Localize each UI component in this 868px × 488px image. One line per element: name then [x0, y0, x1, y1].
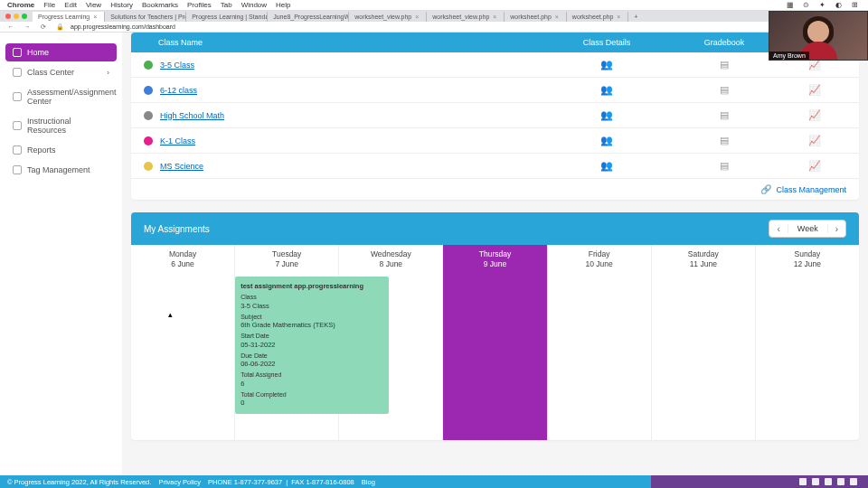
- browser-tab[interactable]: Progress Learning | Standard×: [186, 12, 268, 22]
- calendar-day-headers: Monday6 JuneTuesday7 JuneWednesday8 June…: [131, 245, 859, 273]
- sidebar-item-reports[interactable]: Reports: [5, 141, 117, 159]
- chart-icon[interactable]: 📈: [808, 160, 821, 171]
- mac-menu-item[interactable]: History: [110, 1, 133, 9]
- chart-icon[interactable]: 📈: [808, 109, 821, 120]
- next-period-button[interactable]: ›: [828, 224, 845, 234]
- minimize-window-icon[interactable]: [14, 14, 19, 19]
- calendar-day-header: Wednesday8 June: [339, 245, 443, 273]
- sidebar-item-class-center[interactable]: Class Center ›: [5, 63, 117, 81]
- browser-tab[interactable]: worksheet.php×: [567, 12, 629, 22]
- tab-label: Progress Learning | Standard: [192, 14, 268, 20]
- resources-icon: [13, 121, 22, 130]
- class-details-icon[interactable]: 👥: [600, 59, 613, 70]
- gradebook-icon[interactable]: ▤: [720, 109, 729, 120]
- calendar-day-header: Sunday12 June: [756, 245, 859, 273]
- class-color-dot: [144, 86, 153, 95]
- class-management-link[interactable]: Class Management: [776, 185, 846, 194]
- mac-menu-item[interactable]: Edit: [64, 1, 77, 9]
- close-tab-icon[interactable]: ×: [415, 14, 420, 19]
- mac-menu-item[interactable]: Window: [241, 1, 267, 9]
- back-button[interactable]: ←: [5, 23, 16, 30]
- browser-tab[interactable]: Progress Learning×: [33, 12, 105, 22]
- mac-menu-item[interactable]: Profiles: [187, 1, 212, 9]
- twitter-icon[interactable]: [825, 478, 832, 485]
- gradebook-icon[interactable]: ▤: [720, 160, 729, 171]
- class-details-icon[interactable]: 👥: [600, 160, 613, 171]
- assignments-title: My Assignments: [144, 224, 210, 234]
- window-controls[interactable]: [0, 14, 33, 19]
- browser-tab[interactable]: worksheet_view.php×: [427, 12, 505, 22]
- mac-menu-item[interactable]: Tab: [221, 1, 232, 9]
- sidebar-item-resources[interactable]: Instructional Resources: [5, 112, 117, 139]
- class-name-link[interactable]: 6-12 class: [160, 86, 548, 95]
- day-date: 11 June: [652, 259, 755, 268]
- class-details-icon[interactable]: 👥: [600, 135, 613, 145]
- sidebar-label: Assessment/Assignment Center: [27, 88, 117, 106]
- youtube-icon[interactable]: [837, 478, 844, 485]
- mac-menu-item[interactable]: File: [43, 1, 55, 9]
- gradebook-icon[interactable]: ▤: [720, 59, 729, 70]
- close-window-icon[interactable]: [5, 14, 11, 19]
- new-tab-button[interactable]: +: [628, 14, 643, 20]
- browser-tab[interactable]: June8_ProgressLearningWe×: [268, 12, 349, 22]
- reload-button[interactable]: ⟳: [38, 23, 49, 31]
- field-value: 6: [241, 380, 383, 389]
- class-table-footer: 🔗 Class Management: [131, 179, 859, 200]
- close-tab-icon[interactable]: ×: [617, 14, 622, 19]
- url-text[interactable]: app.progresslearning.com/dashboard: [71, 23, 846, 30]
- gradebook-icon[interactable]: ▤: [720, 84, 729, 95]
- class-name-link[interactable]: MS Science: [160, 162, 548, 171]
- chart-icon[interactable]: 📈: [808, 135, 821, 145]
- assignment-card[interactable]: test assignment app.progresslearningClas…: [235, 277, 389, 414]
- class-name-link[interactable]: High School Math: [160, 111, 548, 120]
- home-icon: [13, 48, 22, 57]
- class-details-icon[interactable]: 👥: [600, 84, 613, 95]
- close-tab-icon[interactable]: ×: [93, 14, 99, 19]
- calendar-day-column[interactable]: [131, 273, 235, 440]
- assignments-panel: My Assignments ‹ Week › Monday6 JuneTues…: [131, 212, 859, 440]
- webcam-overlay: Amy Brown: [769, 11, 868, 61]
- status-icon: ✦: [819, 1, 828, 10]
- class-row: High School Math👥▤📈: [131, 103, 859, 128]
- calendar-day-column[interactable]: [652, 273, 756, 440]
- social-icon[interactable]: [799, 478, 807, 485]
- class-color-dot: [144, 162, 153, 171]
- calendar-day-header: Friday10 June: [548, 245, 652, 273]
- browser-tab[interactable]: worksheet_view.php×: [349, 12, 427, 22]
- field-label: Total Assigned: [241, 371, 383, 379]
- day-of-week: Tuesday: [272, 249, 301, 258]
- mac-menu-item[interactable]: Bookmarks: [142, 1, 178, 9]
- field-label: Due Date: [241, 352, 383, 360]
- sidebar-item-home[interactable]: Home: [5, 43, 117, 61]
- sidebar-item-tag-management[interactable]: Tag Management: [5, 161, 117, 179]
- blog-link[interactable]: Blog: [362, 478, 375, 486]
- facebook-icon[interactable]: [812, 478, 819, 485]
- field-value: 05-31-2022: [241, 341, 383, 350]
- mac-menu-item[interactable]: Help: [276, 1, 290, 9]
- browser-tab[interactable]: Solutions for Teachers | Prog×: [105, 12, 186, 22]
- calendar-day-column[interactable]: test assignment app.progresslearningClas…: [235, 273, 339, 440]
- privacy-link[interactable]: Privacy Policy: [158, 478, 201, 486]
- tab-label: worksheet_view.php: [432, 14, 489, 20]
- browser-tab[interactable]: worksheet.php×: [505, 12, 567, 22]
- sidebar-item-assessment[interactable]: Assessment/Assignment Center: [5, 83, 117, 110]
- gradebook-icon[interactable]: ▤: [720, 135, 729, 145]
- close-tab-icon[interactable]: ×: [493, 14, 498, 19]
- class-name-link[interactable]: K-1 Class: [160, 136, 548, 145]
- prev-period-button[interactable]: ‹: [769, 224, 787, 234]
- mac-menu-item[interactable]: View: [86, 1, 101, 9]
- close-tab-icon[interactable]: ×: [555, 14, 561, 19]
- calendar-day-column[interactable]: [756, 273, 859, 440]
- forward-button[interactable]: →: [22, 23, 33, 30]
- maximize-window-icon[interactable]: [22, 14, 27, 19]
- instagram-icon[interactable]: [850, 478, 857, 485]
- tab-label: Solutions for Teachers | Prog: [110, 14, 186, 20]
- class-table: Class Name Class Details Gradebook 3-5 C…: [131, 33, 859, 200]
- class-table-header: Class Name Class Details Gradebook: [131, 33, 859, 52]
- calendar-day-column[interactable]: [443, 273, 547, 440]
- class-name-link[interactable]: 3-5 Class: [160, 61, 548, 70]
- calendar-day-column[interactable]: [548, 273, 652, 440]
- class-details-icon[interactable]: 👥: [600, 109, 613, 120]
- chart-icon[interactable]: 📈: [808, 84, 821, 95]
- logo-fragment: [5, 36, 117, 43]
